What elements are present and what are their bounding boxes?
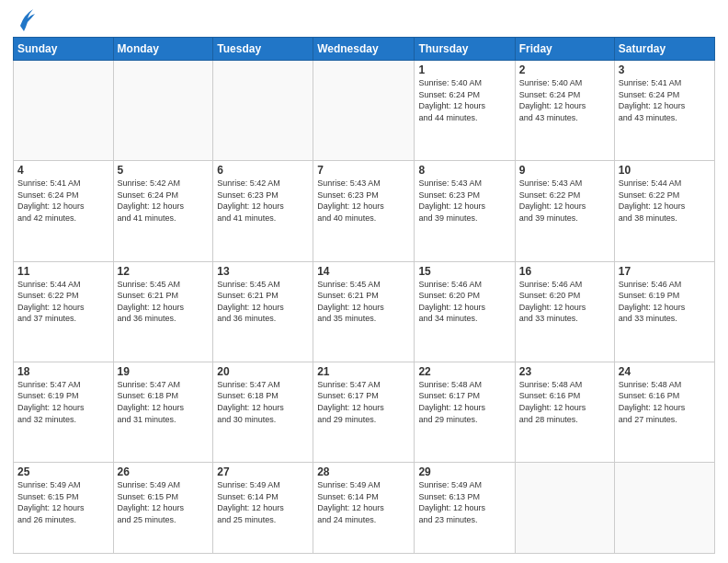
day-number: 4 — [17, 164, 109, 177]
calendar-cell: 16Sunrise: 5:46 AM Sunset: 6:20 PM Dayli… — [515, 261, 614, 362]
header — [13, 9, 715, 33]
calendar-body: 1Sunrise: 5:40 AM Sunset: 6:24 PM Daylig… — [14, 61, 715, 554]
day-number: 28 — [317, 465, 410, 478]
day-number: 14 — [317, 265, 410, 278]
day-number: 1 — [418, 63, 510, 76]
day-info: Sunrise: 5:49 AM Sunset: 6:14 PM Dayligh… — [317, 479, 410, 525]
day-number: 9 — [519, 164, 610, 177]
calendar-cell: 29Sunrise: 5:49 AM Sunset: 6:13 PM Dayli… — [415, 463, 515, 554]
day-number: 19 — [118, 365, 210, 378]
day-info: Sunrise: 5:44 AM Sunset: 6:22 PM Dayligh… — [619, 178, 711, 224]
calendar-cell: 13Sunrise: 5:45 AM Sunset: 6:21 PM Dayli… — [213, 261, 313, 362]
day-info: Sunrise: 5:46 AM Sunset: 6:20 PM Dayligh… — [418, 279, 510, 325]
calendar-cell: 6Sunrise: 5:42 AM Sunset: 6:23 PM Daylig… — [213, 161, 313, 261]
day-number: 3 — [619, 63, 711, 76]
day-info: Sunrise: 5:48 AM Sunset: 6:16 PM Dayligh… — [519, 379, 610, 425]
calendar-cell: 23Sunrise: 5:48 AM Sunset: 6:16 PM Dayli… — [515, 362, 614, 462]
day-info: Sunrise: 5:43 AM Sunset: 6:23 PM Dayligh… — [418, 178, 510, 224]
day-number: 16 — [519, 265, 610, 278]
day-number: 26 — [118, 465, 210, 478]
calendar-cell — [14, 61, 114, 161]
day-number: 20 — [217, 365, 309, 378]
calendar-week-1: 4Sunrise: 5:41 AM Sunset: 6:24 PM Daylig… — [14, 161, 715, 261]
day-number: 21 — [317, 365, 410, 378]
day-info: Sunrise: 5:41 AM Sunset: 6:24 PM Dayligh… — [17, 178, 109, 224]
calendar-cell: 8Sunrise: 5:43 AM Sunset: 6:23 PM Daylig… — [415, 161, 515, 261]
calendar-cell: 27Sunrise: 5:49 AM Sunset: 6:14 PM Dayli… — [213, 463, 313, 554]
day-info: Sunrise: 5:49 AM Sunset: 6:14 PM Dayligh… — [217, 479, 309, 525]
day-number: 6 — [217, 164, 309, 177]
day-info: Sunrise: 5:45 AM Sunset: 6:21 PM Dayligh… — [217, 279, 309, 325]
calendar-cell: 24Sunrise: 5:48 AM Sunset: 6:16 PM Dayli… — [614, 362, 714, 462]
day-info: Sunrise: 5:46 AM Sunset: 6:20 PM Dayligh… — [519, 279, 610, 325]
calendar-cell: 12Sunrise: 5:45 AM Sunset: 6:21 PM Dayli… — [113, 261, 213, 362]
calendar-cell: 5Sunrise: 5:42 AM Sunset: 6:24 PM Daylig… — [113, 161, 213, 261]
day-info: Sunrise: 5:47 AM Sunset: 6:18 PM Dayligh… — [118, 379, 210, 425]
day-info: Sunrise: 5:45 AM Sunset: 6:21 PM Dayligh… — [118, 279, 210, 325]
calendar-cell: 20Sunrise: 5:47 AM Sunset: 6:18 PM Dayli… — [213, 362, 313, 462]
header-day-thursday: Thursday — [415, 38, 515, 61]
calendar-cell: 1Sunrise: 5:40 AM Sunset: 6:24 PM Daylig… — [415, 61, 515, 161]
calendar-week-3: 18Sunrise: 5:47 AM Sunset: 6:19 PM Dayli… — [14, 362, 715, 462]
calendar-cell — [614, 463, 714, 554]
day-number: 13 — [217, 265, 309, 278]
calendar-cell: 15Sunrise: 5:46 AM Sunset: 6:20 PM Dayli… — [415, 261, 515, 362]
day-info: Sunrise: 5:48 AM Sunset: 6:16 PM Dayligh… — [619, 379, 711, 425]
day-info: Sunrise: 5:49 AM Sunset: 6:15 PM Dayligh… — [118, 479, 210, 525]
day-info: Sunrise: 5:47 AM Sunset: 6:18 PM Dayligh… — [217, 379, 309, 425]
day-number: 7 — [317, 164, 410, 177]
header-day-saturday: Saturday — [614, 38, 714, 61]
day-number: 11 — [17, 265, 109, 278]
day-info: Sunrise: 5:40 AM Sunset: 6:24 PM Dayligh… — [519, 77, 610, 123]
day-number: 18 — [17, 365, 109, 378]
calendar-cell: 28Sunrise: 5:49 AM Sunset: 6:14 PM Dayli… — [313, 463, 415, 554]
day-info: Sunrise: 5:49 AM Sunset: 6:13 PM Dayligh… — [418, 479, 510, 525]
calendar-cell: 11Sunrise: 5:44 AM Sunset: 6:22 PM Dayli… — [14, 261, 114, 362]
calendar-cell: 14Sunrise: 5:45 AM Sunset: 6:21 PM Dayli… — [313, 261, 415, 362]
calendar-cell: 19Sunrise: 5:47 AM Sunset: 6:18 PM Dayli… — [113, 362, 213, 462]
day-info: Sunrise: 5:43 AM Sunset: 6:23 PM Dayligh… — [317, 178, 410, 224]
day-info: Sunrise: 5:40 AM Sunset: 6:24 PM Dayligh… — [418, 77, 510, 123]
day-info: Sunrise: 5:42 AM Sunset: 6:23 PM Dayligh… — [217, 178, 309, 224]
calendar-cell: 7Sunrise: 5:43 AM Sunset: 6:23 PM Daylig… — [313, 161, 415, 261]
header-row: SundayMondayTuesdayWednesdayThursdayFrid… — [14, 38, 715, 61]
calendar-cell: 2Sunrise: 5:40 AM Sunset: 6:24 PM Daylig… — [515, 61, 614, 161]
calendar-cell: 26Sunrise: 5:49 AM Sunset: 6:15 PM Dayli… — [113, 463, 213, 554]
day-info: Sunrise: 5:47 AM Sunset: 6:17 PM Dayligh… — [317, 379, 410, 425]
header-day-wednesday: Wednesday — [313, 38, 415, 61]
day-info: Sunrise: 5:44 AM Sunset: 6:22 PM Dayligh… — [17, 279, 109, 325]
logo — [13, 9, 37, 33]
day-number: 10 — [619, 164, 711, 177]
day-info: Sunrise: 5:46 AM Sunset: 6:19 PM Dayligh… — [619, 279, 711, 325]
calendar-week-2: 11Sunrise: 5:44 AM Sunset: 6:22 PM Dayli… — [14, 261, 715, 362]
day-info: Sunrise: 5:48 AM Sunset: 6:17 PM Dayligh… — [418, 379, 510, 425]
page: SundayMondayTuesdayWednesdayThursdayFrid… — [0, 0, 728, 563]
calendar-cell — [515, 463, 614, 554]
calendar-week-4: 25Sunrise: 5:49 AM Sunset: 6:15 PM Dayli… — [14, 463, 715, 554]
calendar-cell: 22Sunrise: 5:48 AM Sunset: 6:17 PM Dayli… — [415, 362, 515, 462]
day-info: Sunrise: 5:41 AM Sunset: 6:24 PM Dayligh… — [619, 77, 711, 123]
day-number: 23 — [519, 365, 610, 378]
day-number: 27 — [217, 465, 309, 478]
calendar-cell — [213, 61, 313, 161]
day-info: Sunrise: 5:43 AM Sunset: 6:22 PM Dayligh… — [519, 178, 610, 224]
calendar-cell: 21Sunrise: 5:47 AM Sunset: 6:17 PM Dayli… — [313, 362, 415, 462]
calendar-cell — [113, 61, 213, 161]
day-number: 24 — [619, 365, 711, 378]
day-number: 22 — [418, 365, 510, 378]
header-day-tuesday: Tuesday — [213, 38, 313, 61]
calendar-header: SundayMondayTuesdayWednesdayThursdayFrid… — [14, 38, 715, 61]
day-info: Sunrise: 5:42 AM Sunset: 6:24 PM Dayligh… — [118, 178, 210, 224]
day-number: 8 — [418, 164, 510, 177]
day-number: 2 — [519, 63, 610, 76]
calendar-cell: 9Sunrise: 5:43 AM Sunset: 6:22 PM Daylig… — [515, 161, 614, 261]
day-info: Sunrise: 5:49 AM Sunset: 6:15 PM Dayligh… — [17, 479, 109, 525]
day-info: Sunrise: 5:45 AM Sunset: 6:21 PM Dayligh… — [317, 279, 410, 325]
logo-bird-icon — [17, 6, 37, 33]
header-day-sunday: Sunday — [14, 38, 114, 61]
calendar-cell: 25Sunrise: 5:49 AM Sunset: 6:15 PM Dayli… — [14, 463, 114, 554]
day-number: 25 — [17, 465, 109, 478]
day-number: 12 — [118, 265, 210, 278]
calendar-cell: 4Sunrise: 5:41 AM Sunset: 6:24 PM Daylig… — [14, 161, 114, 261]
calendar-table: SundayMondayTuesdayWednesdayThursdayFrid… — [13, 37, 715, 554]
